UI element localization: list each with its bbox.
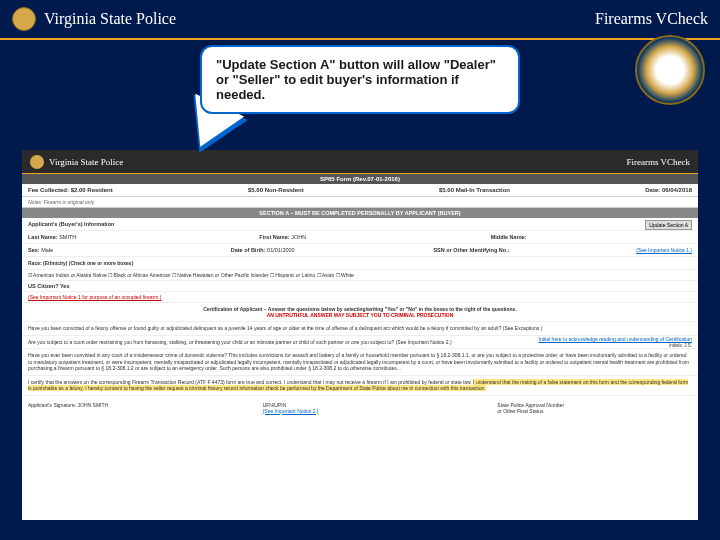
race-label: Race: (Ethnicity) (Check one or more box… xyxy=(28,260,133,266)
dob-label: Date of Birth: xyxy=(231,247,266,253)
occupied-firearm-link[interactable]: (See Important Notice 1 for purpose of a… xyxy=(22,292,698,303)
form-header-left: Virginia State Police xyxy=(30,155,123,169)
question-1: Have you been convicted of a felony offe… xyxy=(22,321,698,335)
callout-text: "Update Section A" button will allow "De… xyxy=(216,57,496,102)
last-name-value: SMITH xyxy=(59,234,76,240)
callout-annotation: "Update Section A" button will allow "De… xyxy=(200,45,520,114)
section-a-bar: SECTION A – MUST BE COMPLETED PERSONALLY… xyxy=(22,208,698,218)
header-app-name: Firearms VCheck xyxy=(595,10,708,28)
sig-value: JOHN SMITH xyxy=(78,402,109,408)
form-header-title: Virginia State Police xyxy=(49,157,123,167)
dob-value: 01/01/2000 xyxy=(267,247,295,253)
race-label-row: Race: (Ethnicity) (Check one or more box… xyxy=(22,257,698,270)
q4-prefix: I certify that the answers on the corres… xyxy=(28,379,473,385)
header-title: Virginia State Police xyxy=(44,10,176,28)
app-header: Virginia State Police Firearms VCheck xyxy=(0,0,720,40)
applicant-info-header: Applicant's (Buyer's) Information xyxy=(22,218,698,231)
sp65-title-bar: SP65 Form (Rev.07-01-2016) xyxy=(22,174,698,184)
first-name-value: JOHN xyxy=(291,234,306,240)
sp65-form: Virginia State Police Firearms VCheck SP… xyxy=(22,150,698,520)
name-row: Last Name: SMITH First Name: JOHN Middle… xyxy=(22,231,698,244)
last-name-label: Last Name: xyxy=(28,234,58,240)
applicant-info-label: Applicant's (Buyer's) Information xyxy=(28,221,114,227)
fee-resident: Fee Collected: $2.00 Resident xyxy=(28,187,113,193)
notice-2-link[interactable]: (See Important Notice 2.) xyxy=(263,408,319,414)
form-header-app: Firearms VCheck xyxy=(626,157,690,167)
certification-header: Certification of Applicant – Answer the … xyxy=(22,303,698,321)
signature-row: Applicant's Signature: JOHN SMITH UFN/UP… xyxy=(22,395,698,420)
question-2: Are you subject to a court order restrai… xyxy=(22,335,698,349)
sex-label: Sex: xyxy=(28,247,40,253)
important-notice-1-link[interactable]: (See Important Notice 1.) xyxy=(636,247,692,253)
applicant-signature: Applicant's Signature: JOHN SMITH xyxy=(28,402,223,414)
ssn-label: SSN or Other Identifying No.: xyxy=(433,247,509,253)
notes-row: Notes: Firearm is original only xyxy=(22,197,698,208)
approval-number: State Police Approval Number or Other Fi… xyxy=(497,402,692,414)
ufn-upin: UFN/UPIN (See Important Notice 2.) xyxy=(263,402,458,414)
race-options[interactable]: ☑ American Indian or Alaska Native ☐ Bla… xyxy=(22,270,698,281)
first-name-label: First Name: xyxy=(259,234,289,240)
cert-warning: AN UNTRUTHFUL ANSWER MAY SUBJECT YOU TO … xyxy=(25,312,695,318)
sex-value: Male xyxy=(41,247,53,253)
citizen-row: US Citizen? Yes xyxy=(22,281,698,292)
form-header: Virginia State Police Firearms VCheck xyxy=(22,150,698,174)
fee-nonresident: $5.00 Non-Resident xyxy=(248,187,304,193)
middle-name-label: Middle Name: xyxy=(491,234,527,240)
fee-row: Fee Collected: $2.00 Resident $5.00 Non-… xyxy=(22,184,698,197)
form-date: Date: 06/04/2018 xyxy=(645,187,692,193)
vsp-badge-icon xyxy=(12,7,36,31)
demographics-row: Sex: Male Date of Birth: 01/01/2000 SSN … xyxy=(22,244,698,257)
sig-label: Applicant's Signature: xyxy=(28,402,76,408)
fee-mailin: $5.00 Mail-In Transaction xyxy=(439,187,510,193)
virginia-seal-icon xyxy=(635,35,705,105)
question-3: Have you ever been convicted in any cour… xyxy=(22,348,698,375)
q1-text: Have you been convicted of a felony offe… xyxy=(28,325,542,331)
question-4: I certify that the answers on the corres… xyxy=(22,375,698,395)
approval-sub: or Other Final Status xyxy=(497,408,692,414)
header-left: Virginia State Police xyxy=(12,7,176,31)
update-section-a-button[interactable]: Update Section A xyxy=(645,220,692,230)
vsp-badge-small-icon xyxy=(30,155,44,169)
